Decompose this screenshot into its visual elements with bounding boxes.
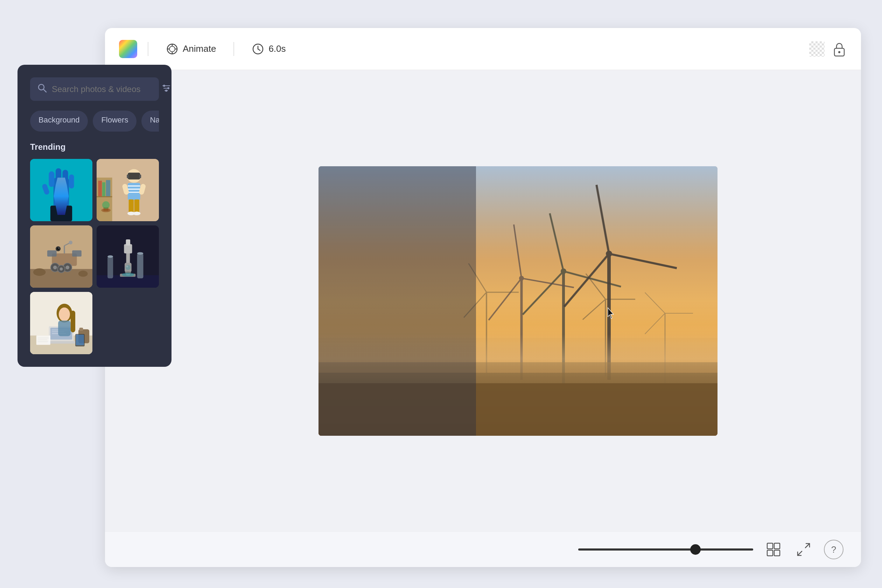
svg-rect-62 xyxy=(69,175,74,189)
chip-flowers[interactable]: Flowers xyxy=(93,111,136,132)
svg-rect-67 xyxy=(50,206,72,222)
svg-rect-111 xyxy=(97,275,159,288)
svg-rect-73 xyxy=(97,196,112,197)
media-panel: Background Flowers Nature Sur › Trending xyxy=(18,65,171,367)
svg-rect-86 xyxy=(134,200,139,213)
lock-icon xyxy=(833,41,846,57)
grid-item-rover[interactable] xyxy=(30,225,92,288)
svg-point-109 xyxy=(58,248,60,249)
svg-rect-80 xyxy=(139,175,141,178)
svg-point-118 xyxy=(122,273,134,276)
svg-point-88 xyxy=(133,212,140,215)
svg-rect-96 xyxy=(47,250,57,256)
clock-icon xyxy=(252,43,264,55)
expand-button[interactable] xyxy=(794,540,813,559)
toolbar-right-icons xyxy=(809,41,847,57)
svg-rect-85 xyxy=(129,200,134,213)
grid-item-hand[interactable] xyxy=(30,159,92,221)
svg-rect-132 xyxy=(47,341,75,344)
filter-icon[interactable] xyxy=(161,83,171,95)
app-logo[interactable] xyxy=(119,40,137,58)
svg-point-93 xyxy=(33,268,46,276)
animate-button[interactable]: Animate xyxy=(159,39,223,60)
svg-rect-70 xyxy=(98,181,102,196)
slider-thumb[interactable] xyxy=(690,544,701,555)
svg-line-50 xyxy=(44,89,46,92)
timeline-slider[interactable] xyxy=(578,549,753,550)
svg-point-99 xyxy=(53,266,57,270)
canvas-area xyxy=(105,70,861,532)
svg-rect-81 xyxy=(128,183,140,200)
trending-label: Trending xyxy=(30,142,159,152)
svg-rect-60 xyxy=(56,168,61,186)
help-label: ? xyxy=(831,544,836,555)
svg-point-101 xyxy=(66,266,69,270)
svg-rect-97 xyxy=(72,250,81,256)
svg-rect-61 xyxy=(63,170,68,186)
wind-turbines-scene xyxy=(318,166,717,436)
chips-row: Background Flowers Nature Sur › xyxy=(30,111,159,132)
svg-rect-59 xyxy=(49,171,54,187)
svg-point-66 xyxy=(60,186,62,188)
svg-rect-78 xyxy=(128,172,140,180)
svg-point-120 xyxy=(137,252,144,255)
expand-icon xyxy=(796,542,811,557)
svg-rect-135 xyxy=(71,310,75,332)
lock-button[interactable] xyxy=(832,41,847,57)
svg-point-103 xyxy=(60,267,63,270)
svg-point-94 xyxy=(78,270,88,277)
help-button[interactable]: ? xyxy=(824,540,843,559)
svg-rect-138 xyxy=(80,328,83,331)
animate-label: Animate xyxy=(183,44,216,54)
storyboard-icon xyxy=(766,542,781,557)
toolbar: Animate 6.0s xyxy=(105,28,861,70)
svg-line-8 xyxy=(258,49,260,50)
svg-rect-121 xyxy=(108,256,113,278)
svg-point-10 xyxy=(838,51,840,53)
svg-rect-45 xyxy=(767,550,773,556)
grid-item-desk[interactable] xyxy=(30,292,92,354)
svg-point-56 xyxy=(165,90,167,92)
svg-rect-57 xyxy=(30,159,92,221)
grid-item-boy[interactable] xyxy=(97,159,159,221)
search-input[interactable] xyxy=(52,84,156,94)
search-icon xyxy=(37,83,47,95)
svg-point-54 xyxy=(163,85,165,87)
preview-image xyxy=(318,166,717,436)
svg-rect-72 xyxy=(106,180,110,196)
svg-rect-42 xyxy=(318,166,476,436)
svg-line-47 xyxy=(806,543,810,548)
bottom-bar: ? xyxy=(105,532,861,567)
svg-point-76 xyxy=(102,201,110,208)
svg-rect-115 xyxy=(126,239,130,246)
search-bar xyxy=(30,77,159,101)
storyboard-button[interactable] xyxy=(764,540,783,559)
svg-point-123 xyxy=(126,265,130,270)
svg-rect-44 xyxy=(774,543,780,549)
svg-rect-79 xyxy=(127,175,129,178)
svg-point-106 xyxy=(69,241,72,244)
svg-point-134 xyxy=(59,308,70,321)
chip-nature[interactable]: Nature xyxy=(141,111,159,132)
chip-background[interactable]: Background xyxy=(30,111,88,132)
toolbar-divider-2 xyxy=(234,42,234,56)
image-grid xyxy=(30,159,159,354)
svg-point-124 xyxy=(126,266,128,267)
svg-rect-119 xyxy=(137,254,144,278)
svg-point-1 xyxy=(170,46,175,52)
svg-rect-144 xyxy=(76,334,84,345)
svg-line-48 xyxy=(798,551,802,555)
svg-rect-136 xyxy=(58,321,71,336)
turbines-svg xyxy=(318,166,717,436)
svg-rect-139 xyxy=(36,336,50,345)
editor-window: Animate 6.0s xyxy=(105,28,861,567)
duration-button[interactable]: 6.0s xyxy=(244,39,292,60)
toolbar-divider xyxy=(148,42,148,56)
animate-icon xyxy=(166,43,178,55)
slider-track[interactable] xyxy=(578,549,753,550)
svg-point-122 xyxy=(108,255,113,258)
svg-point-55 xyxy=(167,87,170,89)
duration-label: 6.0s xyxy=(268,44,286,54)
checkerboard-icon[interactable] xyxy=(809,41,825,57)
grid-item-microscope[interactable] xyxy=(97,225,159,288)
